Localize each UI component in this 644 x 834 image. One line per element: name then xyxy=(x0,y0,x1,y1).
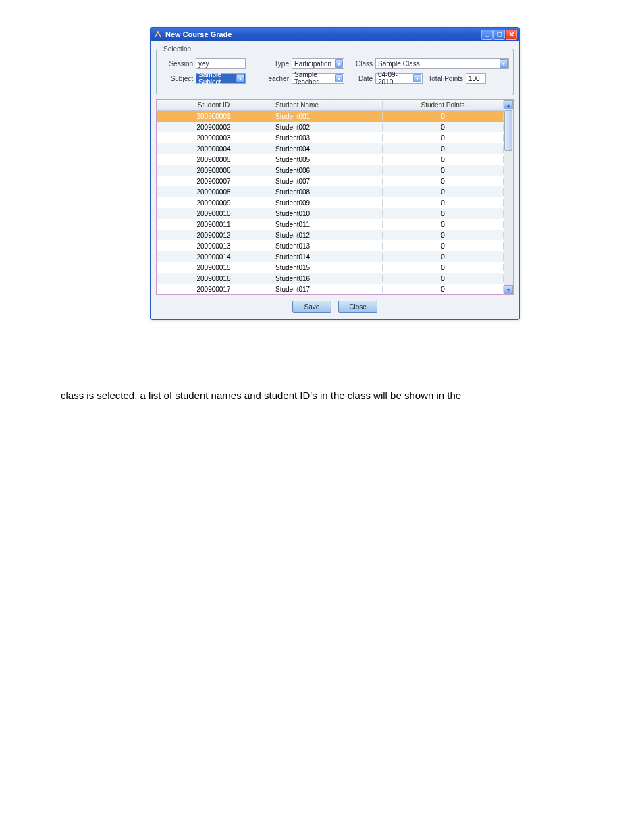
chevron-down-icon: ▾ xyxy=(335,74,343,82)
table-row[interactable]: 200900003Student0030 xyxy=(157,132,504,143)
cell-student-points: 0 xyxy=(383,221,504,228)
type-combo[interactable]: Participation ▾ xyxy=(292,58,344,69)
window-title: New Course Grade xyxy=(165,30,232,38)
cell-student-points: 0 xyxy=(383,188,504,196)
table-row[interactable]: 200900010Student0100 xyxy=(157,208,504,219)
new-course-grade-dialog: New Course Grade Selection Session yey T… xyxy=(150,27,520,320)
scroll-track[interactable] xyxy=(504,151,513,285)
maximize-button[interactable] xyxy=(493,30,505,40)
session-combo[interactable]: yey xyxy=(196,58,246,69)
date-value: 04-09-2010 xyxy=(378,71,412,86)
svg-rect-0 xyxy=(485,36,489,37)
cell-student-name: Student014 xyxy=(271,253,383,261)
cell-student-id: 200900005 xyxy=(157,156,271,163)
table-row[interactable]: 200900002Student0020 xyxy=(157,122,504,132)
cell-student-id: 200900001 xyxy=(157,113,271,120)
cell-student-id: 200900008 xyxy=(157,188,271,196)
table-row[interactable]: 200900006Student0060 xyxy=(157,165,504,176)
cell-student-points: 0 xyxy=(383,199,504,207)
cell-student-name: Student017 xyxy=(271,286,383,293)
cell-student-id: 200900004 xyxy=(157,145,271,153)
close-button[interactable] xyxy=(506,30,517,40)
class-label: Class xyxy=(347,60,373,68)
cell-student-points: 0 xyxy=(383,264,504,271)
cell-student-id: 200900012 xyxy=(157,232,271,239)
cell-student-name: Student013 xyxy=(271,242,383,250)
cell-student-points: 0 xyxy=(383,145,504,153)
titlebar: New Course Grade xyxy=(151,28,519,41)
table-row[interactable]: 200900007Student0070 xyxy=(157,176,504,186)
cell-student-points: 0 xyxy=(383,124,504,131)
scroll-up-button[interactable]: ▴ xyxy=(504,100,513,109)
cell-student-name: Student016 xyxy=(271,275,383,282)
cell-student-points: 0 xyxy=(383,210,504,217)
cell-student-id: 200900017 xyxy=(157,286,271,293)
scroll-thumb[interactable] xyxy=(504,110,512,151)
cell-student-id: 200900002 xyxy=(157,124,271,131)
cell-student-points: 0 xyxy=(383,167,504,174)
cell-student-id: 200900016 xyxy=(157,275,271,282)
chevron-down-icon: ▾ xyxy=(500,59,508,68)
table-row[interactable]: 200900008Student0080 xyxy=(157,186,504,197)
close-dialog-button[interactable]: Close xyxy=(338,301,377,313)
app-icon xyxy=(153,30,163,39)
minimize-button[interactable] xyxy=(481,30,493,40)
cell-student-name: Student015 xyxy=(271,264,383,271)
cell-student-name: Student009 xyxy=(271,199,383,207)
cell-student-points: 0 xyxy=(383,113,504,120)
table-row[interactable]: 200900004Student0040 xyxy=(157,143,504,154)
table-row[interactable]: 200900015Student0150 xyxy=(157,262,504,273)
table-row[interactable]: 200900001Student0010 xyxy=(157,111,504,122)
footer-separator xyxy=(281,465,363,492)
cell-student-id: 200900009 xyxy=(157,199,271,207)
cell-student-name: Student007 xyxy=(271,178,383,185)
cell-student-id: 200900010 xyxy=(157,210,271,217)
teacher-label: Teacher xyxy=(248,75,289,82)
vertical-scrollbar[interactable]: ▴ ▾ xyxy=(504,100,513,294)
cell-student-name: Student008 xyxy=(271,188,383,196)
table-row[interactable]: 200900011Student0110 xyxy=(157,219,504,230)
class-value: Sample Class xyxy=(378,60,420,68)
cell-student-id: 200900013 xyxy=(157,242,271,250)
cell-student-points: 0 xyxy=(383,275,504,282)
table-row[interactable]: 200900016Student0160 xyxy=(157,273,504,284)
table-row[interactable]: 200900014Student0140 xyxy=(157,251,504,262)
teacher-combo[interactable]: Sample Teacher ▾ xyxy=(292,73,344,84)
cell-student-id: 200900006 xyxy=(157,167,271,174)
table-row[interactable]: 200900013Student0130 xyxy=(157,240,504,251)
cell-student-name: Student004 xyxy=(271,145,383,153)
subject-combo[interactable]: Sample Subject ▾ xyxy=(196,73,246,84)
cell-student-points: 0 xyxy=(383,156,504,163)
cell-student-id: 200900011 xyxy=(157,221,271,228)
totalpoints-input[interactable] xyxy=(466,73,486,84)
date-combo[interactable]: 04-09-2010 ▾ xyxy=(375,73,423,84)
header-student-name[interactable]: Student Name xyxy=(271,101,383,109)
table-row[interactable]: 200900009Student0090 xyxy=(157,197,504,208)
cell-student-name: Student002 xyxy=(271,124,383,131)
date-label: Date xyxy=(347,75,373,82)
chevron-down-icon: ▾ xyxy=(335,59,343,68)
header-student-points[interactable]: Student Points xyxy=(383,101,504,109)
cell-student-id: 200900015 xyxy=(157,264,271,271)
totalpoints-label: Total Points xyxy=(425,75,463,82)
cell-student-points: 0 xyxy=(383,286,504,293)
type-label: Type xyxy=(248,60,289,68)
scroll-down-button[interactable]: ▾ xyxy=(504,285,513,294)
cell-student-name: Student006 xyxy=(271,167,383,174)
table-row[interactable]: 200900005Student0050 xyxy=(157,154,504,165)
table-row[interactable]: 200900017Student0170 xyxy=(157,284,504,294)
selection-group: Selection Session yey Type Participation… xyxy=(156,45,514,95)
table-row[interactable]: 200900012Student0120 xyxy=(157,230,504,240)
cell-student-name: Student010 xyxy=(271,210,383,217)
class-combo[interactable]: Sample Class ▾ xyxy=(375,58,509,69)
cell-student-name: Student001 xyxy=(271,113,383,120)
chevron-down-icon: ▾ xyxy=(236,74,244,82)
cell-student-name: Student012 xyxy=(271,232,383,239)
students-table: Student ID Student Name Student Points 2… xyxy=(156,99,514,295)
body-paragraph: class is selected, a list of student nam… xyxy=(0,388,644,404)
selection-legend: Selection xyxy=(161,45,194,53)
save-button[interactable]: Save xyxy=(292,301,331,313)
header-student-id[interactable]: Student ID xyxy=(157,101,271,109)
chevron-down-icon: ▾ xyxy=(413,74,421,82)
type-value: Participation xyxy=(294,60,331,68)
